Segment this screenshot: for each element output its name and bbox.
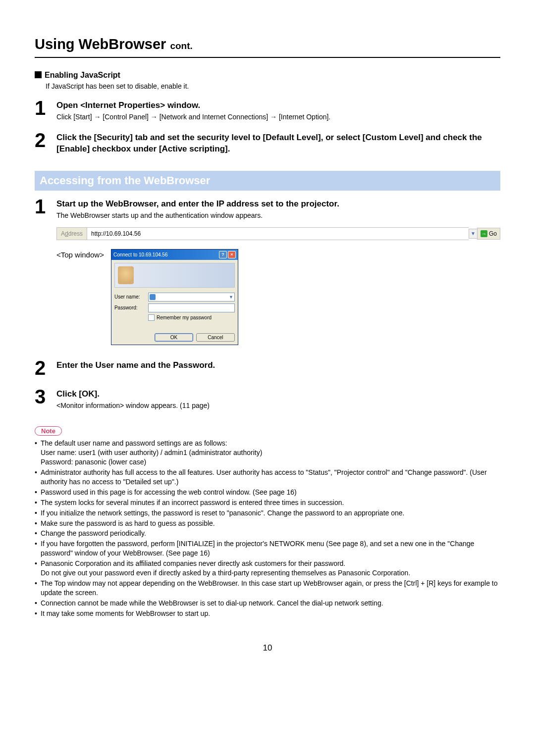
title-cont: cont. <box>170 41 192 51</box>
address-input[interactable]: http://10.69.104.56 <box>87 227 469 240</box>
note-item: If you initialize the network settings, … <box>35 508 500 518</box>
page-number: 10 <box>35 643 500 654</box>
chevron-down-icon[interactable]: ▼ <box>229 294 233 300</box>
note-item: Connection cannot be made while the WebB… <box>35 599 500 608</box>
step-number: 1 <box>35 98 56 118</box>
page-title: Using WebBrowser cont. <box>35 35 500 58</box>
section-heading: Accessing from the WebBrowser <box>35 171 500 191</box>
note-item: It may take some moments for WebBrowser … <box>35 609 500 618</box>
note-item: Change the password periodically. <box>35 529 500 538</box>
title-main: Using WebBrowser <box>35 36 166 52</box>
key-icon <box>118 266 134 284</box>
dialog-title: Connect to 10.69.104.56 <box>113 252 168 258</box>
step-desc: Click [Start] → [Control Panel] → [Netwo… <box>56 112 500 122</box>
ok-button[interactable]: OK <box>155 333 193 342</box>
password-label: Password: <box>114 304 145 311</box>
step-title: Click [OK]. <box>56 389 500 400</box>
go-button[interactable]: → Go <box>477 228 500 240</box>
note-badge: Note <box>35 426 62 436</box>
js-subheading: Enabling JavaScript <box>35 70 500 81</box>
step-desc: The WebBrowser starts up and the authent… <box>56 211 500 220</box>
step-title: Start up the WebBrowser, and enter the I… <box>56 199 500 210</box>
remember-checkbox[interactable] <box>148 314 155 321</box>
square-icon <box>35 71 42 78</box>
step-number: 2 <box>35 130 56 150</box>
note-item: Make sure the password is as hard to gue… <box>35 519 500 528</box>
note-item: Panasonic Corporation and its affiliated… <box>35 559 500 578</box>
go-arrow-icon: → <box>481 230 487 237</box>
auth-dialog: Connect to 10.69.104.56 ? × User name: <box>111 249 238 345</box>
step-number: 3 <box>35 387 56 406</box>
top-window-label: <Top window> <box>56 249 104 260</box>
go-label: Go <box>489 230 497 238</box>
remember-label: Remember my password <box>157 314 212 321</box>
address-bar: Address http://10.69.104.56 ▼ → Go <box>56 227 500 240</box>
step-title: Click the [Security] tab and set the sec… <box>56 132 500 155</box>
dialog-banner <box>114 263 235 288</box>
js-desc: If JavaScript has been set to disable, e… <box>46 82 500 91</box>
note-item: Administrator authority has full access … <box>35 468 500 487</box>
step-number: 2 <box>35 358 56 378</box>
js-step-1: 1 Open <Internet Properties> window. Cli… <box>35 98 500 122</box>
step-title: Enter the User name and the Password. <box>56 360 500 371</box>
acc-step-3: 3 Click [OK]. <Monitor information> wind… <box>35 387 500 410</box>
note-item: Password used in this page is for access… <box>35 488 500 497</box>
username-input[interactable]: ▼ <box>148 293 235 302</box>
js-step-2: 2 Click the [Security] tab and set the s… <box>35 130 500 156</box>
address-label: Address <box>56 227 87 240</box>
notes-list: The default user name and password setti… <box>35 439 500 618</box>
step-title: Open <Internet Properties> window. <box>56 100 500 111</box>
close-icon[interactable]: × <box>228 251 236 258</box>
note-item: The Top window may not appear depending … <box>35 579 500 598</box>
cancel-button[interactable]: Cancel <box>196 333 235 342</box>
username-label: User name: <box>114 294 145 301</box>
help-icon[interactable]: ? <box>219 251 227 258</box>
dialog-titlebar: Connect to 10.69.104.56 ? × <box>111 250 238 260</box>
note-item: The default user name and password setti… <box>35 439 500 467</box>
step-number: 1 <box>35 197 56 216</box>
step-desc: <Monitor information> window appears. (1… <box>56 401 500 410</box>
address-dropdown-icon[interactable]: ▼ <box>469 229 477 239</box>
user-icon <box>150 294 156 300</box>
acc-step-1: 1 Start up the WebBrowser, and enter the… <box>35 197 500 345</box>
acc-step-2: 2 Enter the User name and the Password. <box>35 358 500 378</box>
note-item: If you have forgotten the password, perf… <box>35 539 500 558</box>
password-input[interactable] <box>148 303 235 312</box>
note-item: The system locks for several minutes if … <box>35 498 500 507</box>
js-heading-text: Enabling JavaScript <box>45 71 120 79</box>
